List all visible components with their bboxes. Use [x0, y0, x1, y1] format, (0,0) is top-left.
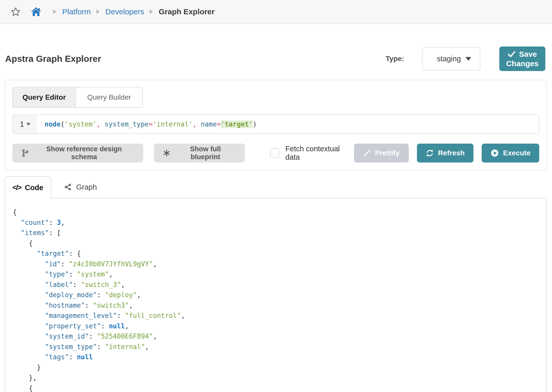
json-line: } [13, 362, 539, 373]
tab-code[interactable]: </> Code [5, 176, 51, 198]
breadcrumb-link-platform[interactable]: Platform [62, 7, 91, 16]
editor-gutter: 1 [13, 115, 37, 133]
chevron-right-icon [96, 9, 100, 14]
fetch-contextual-label[interactable]: Fetch contextual data [285, 145, 354, 162]
play-circle-icon [490, 149, 499, 157]
code-icon: </> [13, 183, 21, 192]
json-line: "items": [ [13, 228, 539, 238]
chevron-right-icon [150, 9, 153, 14]
json-line: { [13, 207, 539, 217]
line-number: 1 [20, 120, 24, 128]
query-code-editor[interactable]: 1 node('system', system_type='internal',… [12, 114, 539, 134]
json-line: "hostname": "switch3", [13, 300, 539, 311]
json-line: "target": { [13, 248, 539, 259]
json-line: "system_id": "525400E6F894", [13, 331, 539, 342]
save-changes-button[interactable]: Save Changes [499, 47, 545, 71]
json-line: "type": "system", [13, 269, 539, 280]
output-tabs: </> Code Graph [5, 176, 547, 198]
execute-button[interactable]: Execute [482, 144, 539, 163]
breadcrumb-bar: Platform Developers Graph Explorer [0, 0, 552, 24]
save-button-line2: Changes [506, 59, 539, 68]
fetch-contextual-group: Fetch contextual data [270, 145, 354, 162]
breadcrumb-link-developers[interactable]: Developers [105, 7, 144, 16]
code-output-panel: { "count": 3, "items": [ { "target": { "… [5, 198, 547, 392]
query-actions-row: Show reference design schema Show full b… [12, 144, 539, 163]
show-full-blueprint-button[interactable]: Show full blueprint [154, 144, 245, 163]
query-mode-tabs: Query Editor Query Builder [12, 87, 143, 108]
chevron-down-icon [466, 57, 471, 61]
breadcrumb-current: Graph Explorer [159, 7, 214, 16]
check-icon [508, 51, 515, 57]
json-line: "label": "switch_3", [13, 280, 539, 290]
json-line: "system_type": "internal", [13, 342, 539, 352]
tab-graph[interactable]: Graph [51, 176, 97, 198]
json-line: { [13, 383, 539, 392]
json-output: { "count": 3, "items": [ { "target": { "… [13, 207, 539, 392]
fetch-contextual-checkbox[interactable] [270, 148, 279, 158]
query-code-line[interactable]: node('system', system_type='internal', n… [37, 115, 539, 133]
magic-wand-icon [363, 149, 371, 157]
json-line: "count": 3, [13, 217, 539, 228]
refresh-icon [426, 149, 434, 157]
save-button-line1: Save [519, 49, 537, 59]
button-label: Execute [503, 149, 531, 157]
button-label: Show full blueprint [175, 145, 235, 161]
fold-caret-icon[interactable] [26, 123, 30, 126]
share-icon [64, 183, 72, 191]
button-label: Prettify [375, 149, 400, 157]
tab-label: Code [25, 183, 43, 192]
query-editor-card: Query Editor Query Builder 1 node('syste… [5, 80, 547, 171]
json-line: { [13, 238, 539, 249]
page-title: Apstra Graph Explorer [5, 54, 101, 64]
json-line: "property_set": null, [13, 321, 539, 331]
json-line: "management_level": "full_control", [13, 310, 539, 321]
code-branch-icon [21, 149, 29, 157]
tab-query-builder[interactable]: Query Builder [76, 87, 142, 107]
json-line: "tags": null [13, 352, 539, 362]
button-label: Refresh [438, 149, 465, 157]
title-actions: Type: staging Save Changes [385, 47, 545, 71]
favorite-star-icon[interactable] [11, 7, 20, 17]
tab-label: Graph [76, 183, 97, 191]
refresh-button[interactable]: Refresh [417, 144, 473, 163]
prettify-button[interactable]: Prettify [354, 144, 409, 163]
title-row: Apstra Graph Explorer Type: staging Save… [5, 47, 545, 71]
json-line: "deploy_mode": "deploy", [13, 290, 539, 300]
type-label: Type: [385, 55, 404, 63]
home-icon[interactable] [31, 7, 41, 17]
json-line: }, [13, 373, 539, 383]
chevron-right-icon [53, 9, 57, 14]
json-line: "id": "z4cI0b0V7JYfhVL9gVY", [13, 259, 539, 269]
type-select[interactable]: staging [422, 47, 480, 71]
tab-query-editor[interactable]: Query Editor [13, 87, 76, 107]
button-label: Show reference design schema [34, 145, 134, 161]
type-select-value: staging [437, 55, 461, 63]
asterisk-icon [163, 149, 170, 157]
show-reference-design-schema-button[interactable]: Show reference design schema [12, 144, 143, 163]
output-card: </> Code Graph { "count": 3, "items": [ … [5, 176, 547, 392]
